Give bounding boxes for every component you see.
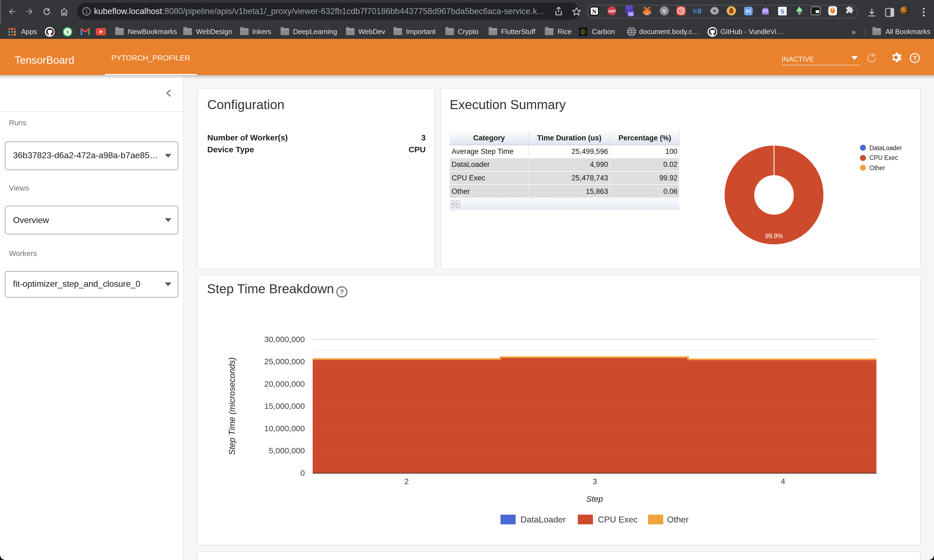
svg-text:99.9%: 99.9%: [765, 232, 783, 239]
svg-text:3: 3: [593, 477, 597, 486]
svg-text:DataLoader: DataLoader: [520, 514, 566, 524]
svg-text:25,000,000: 25,000,000: [264, 357, 305, 366]
svg-text:15,000,000: 15,000,000: [264, 401, 305, 410]
svg-text:?: ?: [912, 55, 916, 62]
svg-text:Ⓒ: Ⓒ: [580, 29, 586, 35]
svg-text:2: 2: [404, 477, 409, 486]
svg-text:S: S: [780, 7, 784, 15]
svg-text:V: V: [662, 8, 666, 14]
svg-text:0: 0: [300, 468, 305, 477]
svg-text:FI: FI: [746, 8, 750, 14]
svg-text:Other: Other: [667, 514, 689, 524]
svg-text:?: ?: [340, 288, 344, 295]
svg-text:30,000,000: 30,000,000: [264, 335, 305, 343]
svg-text:20,000,000: 20,000,000: [264, 379, 305, 388]
svg-text:5,000,000: 5,000,000: [269, 446, 305, 455]
svg-text:ABP: ABP: [608, 9, 616, 13]
svg-text:9: 9: [66, 29, 69, 35]
svg-text:N: N: [592, 8, 596, 15]
svg-text:10,000,000: 10,000,000: [264, 424, 305, 432]
svg-text:16: 16: [628, 12, 633, 16]
svg-text:4: 4: [781, 477, 785, 486]
svg-text:CPU Exec: CPU Exec: [598, 514, 638, 524]
svg-text:Step Time (microseconds): Step Time (microseconds): [227, 357, 237, 455]
svg-text:Step: Step: [586, 494, 603, 503]
